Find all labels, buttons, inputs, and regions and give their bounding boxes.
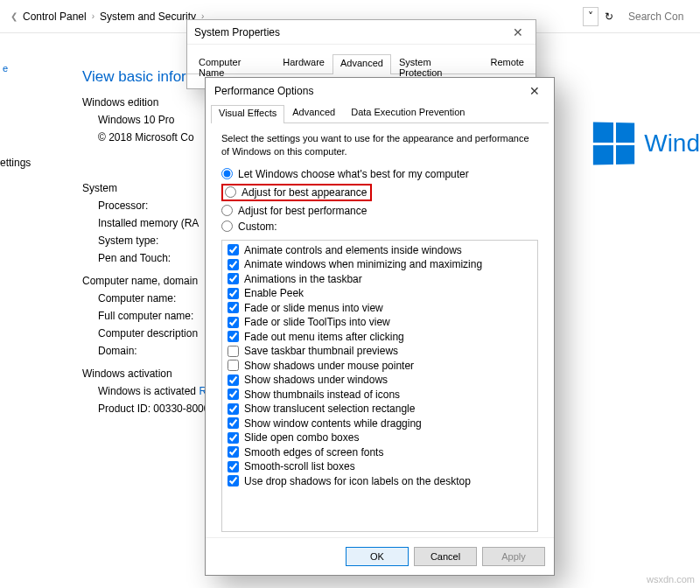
effect-row[interactable]: Animate windows when minimizing and maxi… (228, 258, 532, 270)
effect-label: Show thumbnails instead of icons (244, 388, 400, 401)
effect-row[interactable]: Animations in the taskbar (228, 273, 532, 285)
radio-input[interactable] (221, 220, 233, 232)
chevron-icon: ❮ (10, 11, 18, 21)
effect-checkbox[interactable] (228, 403, 239, 415)
tab-hardware[interactable]: Hardware (275, 53, 332, 74)
effects-checklist: Animate controls and elements inside win… (221, 240, 538, 532)
effect-label: Smooth edges of screen fonts (244, 446, 383, 458)
effect-row[interactable]: Smooth-scroll list boxes (228, 460, 532, 472)
dialog-title: System Properties (194, 26, 508, 38)
radio-let-windows[interactable]: Let Windows choose what's best for my co… (221, 168, 538, 180)
windows-logo-icon (593, 122, 634, 164)
effect-label: Show shadows under windows (244, 374, 388, 386)
effect-checkbox[interactable] (228, 475, 239, 486)
effect-row[interactable]: Show shadows under mouse pointer (228, 360, 532, 372)
close-icon[interactable]: ✕ (508, 25, 528, 39)
sidebar-fragment: e (3, 63, 8, 74)
effect-label: Show translucent selection rectangle (244, 402, 415, 415)
apply-button[interactable]: Apply (482, 547, 545, 566)
chevron-icon: › (92, 11, 94, 21)
effect-row[interactable]: Slide open combo boxes (228, 431, 532, 444)
highlight-box: Adjust for best appearance (221, 184, 372, 201)
effect-label: Fade or slide menus into view (244, 302, 383, 314)
perf-tabs: Visual Effects Advanced Data Execution P… (211, 104, 549, 123)
cancel-button[interactable]: Cancel (414, 547, 477, 566)
effect-checkbox[interactable] (228, 317, 239, 328)
sidebar-fragment: ettings (0, 157, 31, 169)
effect-row[interactable]: Show translucent selection rectangle (228, 402, 532, 415)
effect-row[interactable]: Show thumbnails instead of icons (228, 388, 532, 401)
tab-system-protection[interactable]: System Protection (391, 53, 483, 74)
effect-checkbox[interactable] (228, 446, 239, 458)
effect-row[interactable]: Show shadows under windows (228, 374, 532, 386)
effect-label: Use drop shadows for icon labels on the … (244, 475, 471, 487)
effect-checkbox[interactable] (228, 374, 239, 386)
effect-checkbox[interactable] (228, 259, 239, 270)
section-windows-edition: Windows edition (82, 96, 225, 108)
radio-label: Adjust for best performance (238, 205, 367, 217)
effect-row[interactable]: Use drop shadows for icon labels on the … (228, 475, 532, 487)
effect-row[interactable]: Save taskbar thumbnail previews (228, 345, 532, 357)
radio-custom[interactable]: Custom: (221, 220, 538, 233)
effect-label: Animations in the taskbar (244, 273, 362, 285)
effect-row[interactable]: Smooth edges of screen fonts (228, 446, 532, 458)
close-icon[interactable]: ✕ (524, 84, 545, 98)
effect-checkbox[interactable] (228, 273, 239, 284)
crumb-system-security[interactable]: System and Security (100, 10, 196, 23)
effect-row[interactable]: Animate controls and elements inside win… (228, 244, 532, 256)
tab-remote[interactable]: Remote (482, 53, 532, 74)
effect-checkbox[interactable] (228, 388, 239, 400)
effect-label: Enable Peek (244, 287, 304, 299)
radio-label: Adjust for best appearance (242, 186, 367, 199)
effect-checkbox[interactable] (228, 302, 239, 313)
section-system: System (82, 182, 225, 194)
effect-checkbox[interactable] (228, 331, 239, 342)
radio-input[interactable] (221, 205, 233, 216)
section-domain: Computer name, domain (82, 275, 225, 287)
effect-checkbox[interactable] (228, 432, 239, 444)
radio-best-performance[interactable]: Adjust for best performance (221, 205, 538, 217)
sysprop-tabs: Computer Name Hardware Advanced System P… (187, 53, 536, 74)
section-activation: Windows activation (82, 368, 225, 380)
watermark: wsxdn.com (647, 574, 695, 584)
radio-label: Custom: (238, 220, 277, 233)
effect-label: Fade out menu items after clicking (244, 331, 404, 343)
effect-checkbox[interactable] (228, 288, 239, 299)
tab-advanced[interactable]: Advanced (332, 54, 391, 74)
search-input[interactable] (626, 8, 695, 25)
tab-visual-effects[interactable]: Visual Effects (211, 105, 284, 123)
effect-checkbox[interactable] (228, 360, 239, 371)
performance-options-dialog: Performance Options ✕ Visual Effects Adv… (205, 77, 555, 576)
effect-label: Smooth-scroll list boxes (244, 460, 355, 472)
effect-checkbox[interactable] (228, 244, 239, 256)
dialog-buttons: OK Cancel Apply (206, 537, 554, 575)
ok-button[interactable]: OK (346, 547, 409, 566)
effect-row[interactable]: Fade or slide menus into view (228, 302, 532, 314)
effect-label: Fade or slide ToolTips into view (244, 316, 390, 328)
effect-row[interactable]: Enable Peek (228, 287, 532, 299)
tab-advanced[interactable]: Advanced (284, 104, 343, 122)
effect-label: Animate windows when minimizing and maxi… (244, 258, 482, 270)
windows-logo-text: Wind (644, 130, 700, 158)
radio-label: Let Windows choose what's best for my co… (238, 168, 469, 180)
radio-input[interactable] (225, 186, 236, 198)
refresh-icon[interactable]: ↻ (600, 7, 618, 26)
crumb-control-panel[interactable]: Control Panel (23, 10, 87, 23)
effect-row[interactable]: Fade out menu items after clicking (228, 331, 532, 343)
effect-label: Save taskbar thumbnail previews (244, 345, 398, 357)
tab-computer-name[interactable]: Computer Name (191, 53, 275, 74)
effect-checkbox[interactable] (228, 417, 239, 429)
effect-row[interactable]: Fade or slide ToolTips into view (228, 316, 532, 328)
windows-logo: Wind (593, 122, 700, 164)
radio-input[interactable] (221, 168, 233, 179)
effect-checkbox[interactable] (228, 346, 239, 357)
radio-best-appearance[interactable]: Adjust for best appearance (225, 186, 367, 199)
effect-row[interactable]: Show window contents while dragging (228, 417, 532, 430)
description-text: Select the settings you want to use for … (221, 132, 538, 159)
tab-dep[interactable]: Data Execution Prevention (343, 104, 472, 122)
effect-checkbox[interactable] (228, 461, 239, 472)
address-dropdown[interactable]: ˅ (583, 7, 598, 26)
effect-label: Slide open combo boxes (244, 431, 359, 444)
effect-label: Show window contents while dragging (244, 417, 422, 430)
effect-label: Animate controls and elements inside win… (244, 244, 462, 256)
